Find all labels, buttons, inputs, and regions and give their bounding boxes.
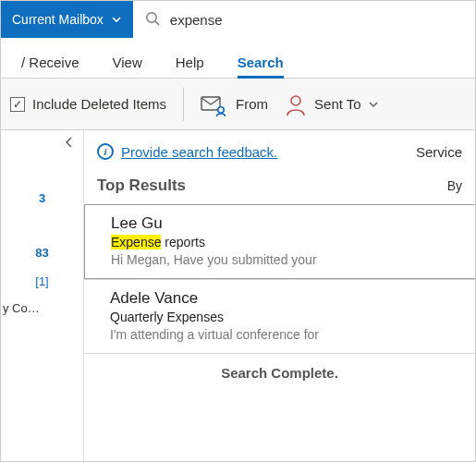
result-sender: Lee Gu: [111, 214, 460, 233]
sidebar-count-b[interactable]: 83: [10, 238, 74, 267]
result-preview: Hi Megan, Have you submitted your: [111, 252, 460, 267]
svg-line-1: [155, 21, 159, 25]
tab-send-receive[interactable]: / Receive: [5, 45, 96, 78]
search-scope-dropdown[interactable]: Current Mailbox: [1, 1, 133, 38]
sidebar-item-company[interactable]: y Co…: [1, 296, 83, 321]
folder-sidebar: 3 83 [1] y Co…: [1, 130, 84, 462]
chevron-down-icon: [111, 14, 122, 25]
tab-view[interactable]: View: [96, 45, 159, 78]
result-preview: I'm attending a virtual conference for: [110, 327, 460, 342]
person-icon: [285, 92, 307, 116]
envelope-person-icon: [201, 92, 228, 116]
result-sender: Adele Vance: [110, 289, 460, 308]
svg-rect-2: [201, 97, 220, 110]
tab-help[interactable]: Help: [159, 45, 221, 78]
search-status: Search Complete.: [84, 353, 475, 392]
tab-search[interactable]: Search: [221, 45, 300, 78]
search-result-item[interactable]: Lee Gu Expense reports Hi Megan, Have yo…: [84, 204, 475, 279]
checkbox-icon: ✓: [10, 97, 25, 112]
search-box[interactable]: [133, 1, 475, 38]
search-ribbon: ✓ Include Deleted Items From Sent To: [1, 79, 475, 130]
separator: [183, 88, 184, 121]
search-icon: [144, 10, 161, 30]
sent-to-label: Sent To: [314, 96, 361, 112]
search-input[interactable]: [170, 12, 464, 28]
from-label: From: [236, 96, 268, 112]
sort-by-label[interactable]: By: [447, 178, 462, 193]
search-scope-label: Current Mailbox: [12, 12, 104, 27]
svg-point-0: [147, 12, 156, 21]
result-subject: Expense reports: [111, 235, 460, 249]
search-result-item[interactable]: Adele Vance Quarterly Expenses I'm atten…: [84, 279, 475, 353]
sidebar-count-c[interactable]: [1]: [10, 267, 74, 296]
result-subject: Quarterly Expenses: [110, 310, 460, 324]
info-icon: i: [97, 143, 114, 160]
collapse-sidebar-button[interactable]: [63, 136, 76, 152]
sent-to-filter-button[interactable]: Sent To: [285, 92, 378, 116]
service-label: Service: [416, 144, 462, 160]
svg-point-3: [218, 106, 224, 112]
include-deleted-label: Include Deleted Items: [32, 96, 166, 112]
top-results-heading: Top Results: [97, 176, 186, 195]
svg-point-4: [291, 96, 300, 105]
sidebar-count-a[interactable]: 3: [10, 184, 74, 213]
highlight: Expense: [111, 235, 161, 249]
chevron-down-icon: [369, 100, 378, 109]
search-feedback-link[interactable]: Provide search feedback.: [121, 144, 277, 160]
from-filter-button[interactable]: From: [201, 92, 268, 116]
include-deleted-toggle[interactable]: ✓ Include Deleted Items: [10, 96, 166, 112]
ribbon-tabs: / Receive View Help Search: [1, 38, 475, 79]
results-panel: i Provide search feedback. Service Top R…: [84, 130, 475, 462]
